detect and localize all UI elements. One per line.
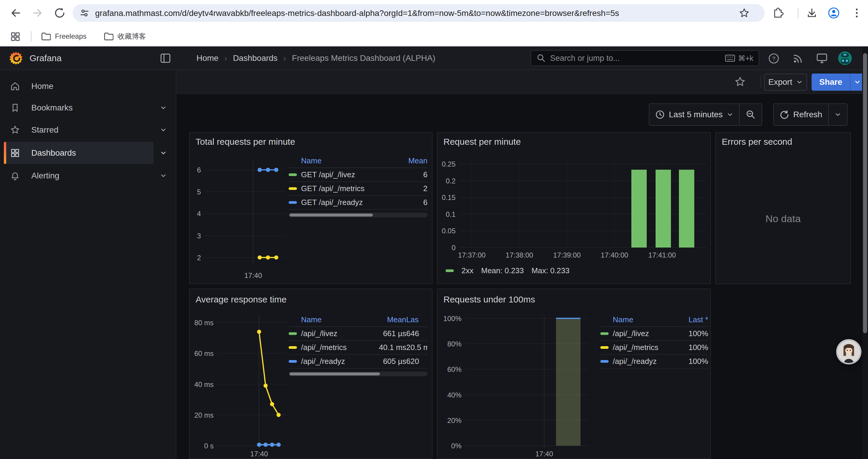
legend-series-name[interactable]: /api/_/readyz bbox=[289, 357, 371, 366]
extensions-icon[interactable] bbox=[771, 6, 783, 20]
user-avatar[interactable] bbox=[838, 52, 852, 65]
legend-col-name[interactable]: Name bbox=[600, 315, 676, 324]
legend-scrollbar-thumb[interactable] bbox=[289, 372, 380, 375]
search-input[interactable] bbox=[550, 54, 725, 63]
search-box[interactable]: ⌘+k bbox=[531, 50, 759, 66]
legend-swatch bbox=[289, 173, 297, 176]
bookmark-star-icon[interactable] bbox=[739, 7, 750, 19]
svg-text:17:40: 17:40 bbox=[244, 271, 262, 280]
legend-series-name[interactable]: /api/_/readyz bbox=[600, 357, 676, 366]
svg-text:0: 0 bbox=[452, 244, 456, 252]
legend-row: GET /api/_/readyz6 bbox=[289, 196, 428, 210]
legend-col-last[interactable]: Last * bbox=[676, 315, 708, 324]
sidebar-label: Dashboards bbox=[31, 148, 76, 158]
chevron-down-icon[interactable] bbox=[159, 126, 167, 134]
floating-assistant-avatar[interactable] bbox=[836, 339, 862, 364]
legend-value: 100% bbox=[676, 357, 708, 366]
chevron-down-icon[interactable] bbox=[159, 104, 167, 112]
legend-header: NameMean bbox=[289, 154, 428, 168]
time-range-picker[interactable]: Last 5 minutes bbox=[649, 104, 739, 125]
legend-col-mean[interactable]: Mean bbox=[401, 156, 428, 165]
legend-col-name[interactable]: Name bbox=[289, 315, 371, 324]
scrollbar-thumb[interactable] bbox=[863, 53, 867, 333]
dashboard-canvas: Last 5 minutes bbox=[176, 94, 868, 459]
panel-title[interactable]: Errors per second bbox=[722, 137, 792, 147]
legend-swatch bbox=[289, 346, 297, 349]
panel-errors-per-second: Errors per second No data bbox=[715, 132, 851, 284]
url-bar[interactable]: grafana.mathmast.com/d/deytv4rwavabkb/fr… bbox=[73, 4, 765, 22]
back-icon[interactable] bbox=[9, 6, 22, 20]
legend-series-name[interactable]: GET /api/_/livez bbox=[289, 170, 401, 179]
legend-value: 605 µs bbox=[371, 357, 406, 366]
export-button[interactable]: Export bbox=[764, 73, 807, 91]
refresh-button[interactable]: Refresh bbox=[774, 104, 828, 125]
profile-icon[interactable] bbox=[827, 6, 840, 20]
legend-series-name[interactable]: 2xx bbox=[462, 266, 473, 275]
forward-icon[interactable] bbox=[31, 6, 44, 20]
browser-chrome: grafana.mathmast.com/d/deytv4rwavabkb/fr… bbox=[0, 0, 868, 46]
bookmark-folder-blogs[interactable]: 收藏博客 bbox=[103, 30, 146, 42]
panel-requests-under-100ms: Requests under 100ms 100%80%60%40%20%0%1… bbox=[437, 289, 711, 459]
legend-swatch bbox=[289, 187, 297, 190]
menu-dots-icon[interactable] bbox=[850, 6, 863, 20]
legend-series-name[interactable]: GET /api/_/readyz bbox=[289, 198, 401, 207]
breadcrumb-separator: › bbox=[283, 54, 286, 63]
share-button[interactable]: Share bbox=[812, 73, 850, 91]
apps-grid-icon[interactable] bbox=[9, 31, 21, 42]
chevron-down-icon[interactable] bbox=[159, 149, 167, 157]
bookmark-folder-freeleaps[interactable]: Freeleaps bbox=[41, 30, 87, 42]
legend-scrollbar[interactable] bbox=[289, 213, 428, 218]
search-shortcut: ⌘+k bbox=[725, 54, 753, 63]
favorite-star-icon[interactable] bbox=[734, 76, 746, 88]
legend-name-text: /api/_/metrics bbox=[301, 343, 347, 352]
zoom-out-icon bbox=[746, 109, 756, 120]
news-rss-icon[interactable] bbox=[793, 53, 804, 64]
url-text[interactable]: grafana.mathmast.com/d/deytv4rwavabkb/fr… bbox=[95, 8, 742, 18]
legend-value: 646 bbox=[406, 329, 428, 338]
legend-series-name[interactable]: GET /api/_/metrics bbox=[289, 184, 401, 193]
sidebar-item-dashboards[interactable]: Dashboards bbox=[0, 142, 176, 164]
legend-col-las[interactable]: Las bbox=[406, 315, 428, 324]
svg-text:80%: 80% bbox=[447, 340, 462, 348]
sidebar-toggle-icon[interactable] bbox=[160, 54, 170, 63]
panel-request-per-minute: Request per minute 00.050.10.150.20.2517… bbox=[437, 132, 711, 284]
breadcrumb-current: Freeleaps Metrics Dashboard (ALPHA) bbox=[292, 54, 435, 63]
legend-series-name[interactable]: /api/_/livez bbox=[289, 329, 371, 338]
woman-avatar-icon bbox=[838, 340, 860, 363]
breadcrumb-home[interactable]: Home bbox=[196, 54, 219, 63]
legend-value: 40.1 ms bbox=[371, 343, 406, 352]
monitor-icon[interactable] bbox=[816, 53, 828, 64]
panel-total-requests: Total requests per minute 6543217:40 Nam… bbox=[189, 132, 433, 284]
legend-series-name[interactable]: /api/_/metrics bbox=[289, 343, 371, 352]
svg-text:0.15: 0.15 bbox=[442, 193, 456, 201]
reload-icon[interactable] bbox=[53, 6, 66, 20]
legend-scrollbar-thumb[interactable] bbox=[289, 214, 373, 217]
svg-text:0.05: 0.05 bbox=[442, 227, 456, 235]
breadcrumb-dashboards[interactable]: Dashboards bbox=[233, 54, 277, 63]
sidebar-item-starred[interactable]: Starred bbox=[0, 121, 176, 139]
svg-text:0 s: 0 s bbox=[204, 442, 214, 450]
chevron-down-icon bbox=[854, 79, 861, 85]
brand-name[interactable]: Grafana bbox=[30, 53, 61, 63]
svg-text:60%: 60% bbox=[447, 365, 462, 373]
sidebar-item-alerting[interactable]: Alerting bbox=[0, 166, 176, 185]
chevron-down-icon[interactable] bbox=[159, 172, 167, 179]
help-icon[interactable]: ? bbox=[768, 53, 779, 64]
legend-series-name[interactable]: /api/_/livez bbox=[600, 329, 676, 338]
svg-text:0.2: 0.2 bbox=[446, 177, 456, 185]
refresh-interval-button[interactable] bbox=[829, 104, 847, 125]
legend-col-mean[interactable]: Mean bbox=[371, 315, 406, 324]
legend-series-name[interactable]: /api/_/metrics bbox=[600, 343, 676, 352]
grafana-logo[interactable] bbox=[9, 51, 23, 65]
legend-row: /api/_/metrics100% bbox=[600, 341, 708, 355]
sidebar-item-bookmarks[interactable]: Bookmarks bbox=[0, 98, 176, 117]
star-icon bbox=[10, 125, 20, 135]
legend-col-name[interactable]: Name bbox=[289, 156, 401, 165]
page-scrollbar[interactable] bbox=[862, 46, 868, 459]
zoom-out-button[interactable] bbox=[740, 104, 762, 125]
site-settings-icon[interactable] bbox=[79, 8, 90, 18]
legend-scrollbar[interactable] bbox=[289, 371, 428, 376]
download-icon[interactable] bbox=[805, 6, 818, 20]
sidebar-item-home[interactable]: Home bbox=[0, 77, 176, 96]
search-icon bbox=[536, 54, 546, 63]
